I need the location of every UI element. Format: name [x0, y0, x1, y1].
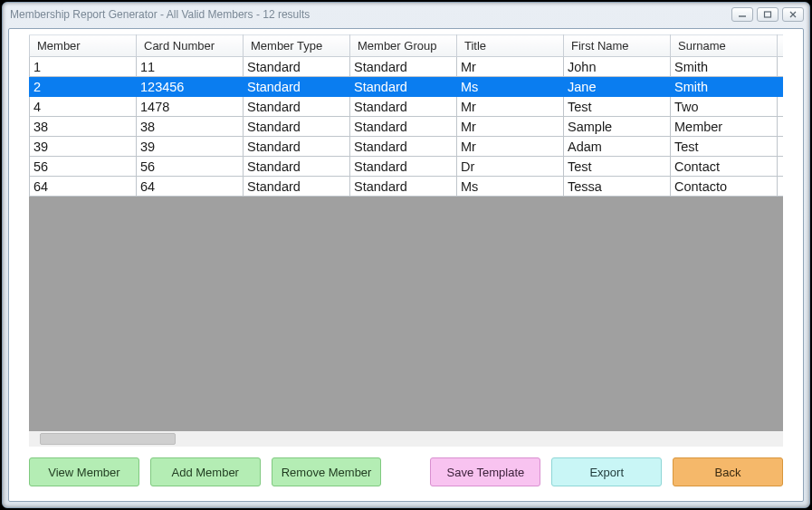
table-cell: Standard [244, 117, 350, 137]
table-row[interactable]: 3838StandardStandardMrSampleMember [30, 117, 784, 137]
table-cell: Mr [457, 97, 564, 117]
minimize-icon [738, 11, 747, 18]
column-header-stub [778, 35, 784, 57]
table-cell: Test [564, 157, 671, 177]
column-header[interactable]: Member Group [350, 35, 457, 57]
table-row[interactable]: 111StandardStandardMrJohnSmith [30, 57, 784, 77]
table-row[interactable]: 41478StandardStandardMrTestTwo [30, 97, 784, 117]
table-cell: 56 [30, 157, 137, 177]
table-cell: Standard [244, 77, 350, 97]
remove-member-button[interactable]: Remove Member [272, 457, 382, 486]
client-area: MemberCard NumberMember TypeMember Group… [8, 28, 804, 502]
table-cell: Standard [350, 157, 457, 177]
table-cell-stub [778, 117, 784, 137]
column-header[interactable]: Surname [671, 35, 778, 57]
table-cell: Standard [350, 117, 457, 137]
export-button[interactable]: Export [551, 457, 662, 486]
app-window: Membership Report Generator - All Valid … [2, 2, 810, 508]
table-cell: Member [671, 117, 778, 137]
table-cell: 4 [30, 97, 137, 117]
table-cell: Contact [671, 157, 778, 177]
minimize-button[interactable] [731, 7, 753, 22]
column-header[interactable]: Card Number [137, 35, 244, 57]
table-cell: Standard [350, 97, 457, 117]
table-cell: Standard [244, 57, 350, 77]
column-header[interactable]: Member [30, 35, 137, 57]
table-row[interactable]: 2123456StandardStandardMsJaneSmith [30, 77, 784, 97]
table-row[interactable]: 3939StandardStandardMrAdamTest [30, 137, 784, 157]
column-header-row: MemberCard NumberMember TypeMember Group… [30, 35, 784, 57]
close-button[interactable] [782, 7, 804, 22]
horizontal-scrollbar[interactable] [29, 431, 783, 447]
table-cell: 39 [137, 137, 244, 157]
table-cell: Standard [244, 177, 350, 197]
table-cell-stub [778, 137, 784, 157]
table-cell: 123456 [137, 77, 244, 97]
table-cell: Two [671, 97, 778, 117]
table-cell: Mr [457, 137, 564, 157]
action-button-row: View Member Add Member Remove Member Sav… [9, 447, 803, 501]
table-cell: 1 [30, 57, 137, 77]
table-cell: Standard [244, 137, 350, 157]
table-cell: Tessa [564, 177, 671, 197]
table-cell: Standard [350, 137, 457, 157]
table-cell: 64 [137, 177, 244, 197]
table-cell: Smith [671, 77, 778, 97]
table-cell: 38 [30, 117, 137, 137]
table-cell: Standard [350, 77, 457, 97]
table-cell: 56 [137, 157, 244, 177]
svg-rect-1 [765, 12, 771, 17]
table-cell: Standard [350, 177, 457, 197]
table-cell: 11 [137, 57, 244, 77]
table-cell: Smith [671, 57, 778, 77]
scrollbar-thumb[interactable] [40, 433, 176, 445]
table-cell-stub [778, 97, 784, 117]
close-icon [788, 11, 798, 18]
table-cell: Standard [350, 57, 457, 77]
table-cell: Standard [244, 97, 350, 117]
table-cell: John [564, 57, 671, 77]
maximize-button[interactable] [757, 7, 779, 22]
table-cell: Mr [457, 57, 564, 77]
back-button[interactable]: Back [673, 457, 783, 486]
grid-viewport: MemberCard NumberMember TypeMember Group… [29, 34, 783, 431]
table-cell-stub [778, 57, 784, 77]
data-grid[interactable]: MemberCard NumberMember TypeMember Group… [29, 34, 783, 447]
view-member-button[interactable]: View Member [29, 457, 139, 486]
table-cell: Test [671, 137, 778, 157]
table-cell-stub [778, 177, 784, 197]
maximize-icon [763, 11, 772, 18]
column-header[interactable]: Member Type [244, 35, 350, 57]
table-cell: Jane [564, 77, 671, 97]
column-header[interactable]: First Name [564, 35, 671, 57]
table-cell: Adam [564, 137, 671, 157]
table-cell-stub [778, 157, 784, 177]
table-cell: Contacto [671, 177, 778, 197]
table-row[interactable]: 5656StandardStandardDrTestContact [30, 157, 784, 177]
column-header[interactable]: Title [457, 35, 564, 57]
table-cell: 64 [30, 177, 137, 197]
table-cell: 1478 [137, 97, 244, 117]
titlebar: Membership Report Generator - All Valid … [3, 3, 809, 26]
table-cell-stub [778, 77, 784, 97]
save-template-button[interactable]: Save Template [430, 457, 540, 486]
members-table: MemberCard NumberMember TypeMember Group… [29, 34, 783, 197]
table-cell: 38 [137, 117, 244, 137]
table-cell: Test [564, 97, 671, 117]
add-member-button[interactable]: Add Member [150, 457, 261, 486]
table-cell: Mr [457, 117, 564, 137]
table-cell: 39 [30, 137, 137, 157]
table-cell: 2 [30, 77, 137, 97]
window-controls [731, 7, 804, 22]
table-cell: Ms [457, 177, 564, 197]
table-cell: Dr [457, 157, 564, 177]
table-row[interactable]: 6464StandardStandardMsTessaContacto [30, 177, 784, 197]
table-cell: Standard [244, 157, 350, 177]
window-title: Membership Report Generator - All Valid … [10, 8, 310, 21]
table-cell: Sample [564, 117, 671, 137]
table-cell: Ms [457, 77, 564, 97]
